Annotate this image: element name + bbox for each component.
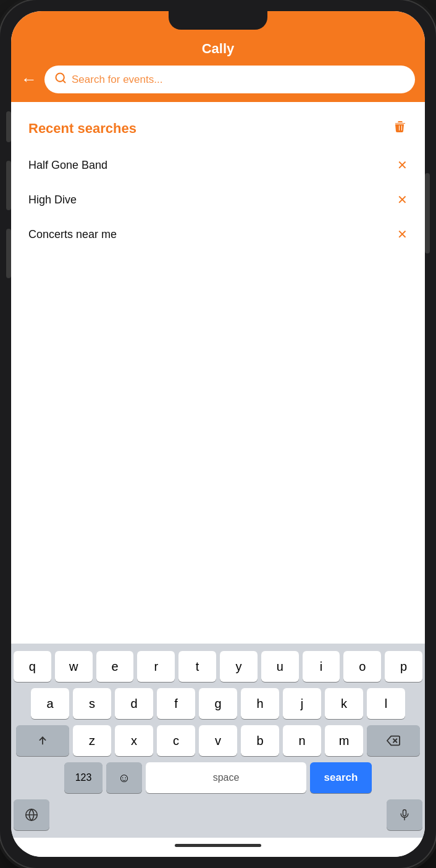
svg-line-1 [63,80,65,83]
key-h[interactable]: h [241,688,279,719]
phone-frame: Cally ← Search for events... Recent sear… [0,0,436,868]
space-key[interactable]: space [146,762,306,793]
remove-search-item-0[interactable]: ✕ [397,158,408,172]
key-a[interactable]: a [31,688,69,719]
clear-all-button[interactable] [393,119,408,138]
backspace-key[interactable] [367,725,420,756]
app-title: Cally [202,41,235,57]
remove-search-item-1[interactable]: ✕ [397,192,408,207]
key-p[interactable]: p [385,651,422,682]
remove-search-item-2[interactable]: ✕ [397,227,408,242]
volume-up-button[interactable] [6,161,11,210]
key-n[interactable]: n [283,725,321,756]
key-k[interactable]: k [325,688,363,719]
key-l[interactable]: l [367,688,405,719]
search-item-text: High Dive [28,194,77,206]
power-button[interactable] [425,173,430,253]
key-g[interactable]: g [199,688,237,719]
key-u[interactable]: u [261,651,299,682]
phone-screen: Cally ← Search for events... Recent sear… [11,11,425,857]
emoji-key[interactable]: ☺ [106,762,142,793]
search-placeholder: Search for events... [72,74,162,86]
search-item[interactable]: Concerts near me ✕ [28,217,408,252]
key-s[interactable]: s [73,688,111,719]
keyboard-row-3: z x c v b n m [14,725,422,756]
key-f[interactable]: f [157,688,195,719]
keyboard-utility-row [14,799,422,833]
keyboard: q w e r t y u i o p a s d f g h j k [11,644,425,838]
recent-search-list: Half Gone Band ✕ High Dive ✕ Concerts ne… [11,148,425,252]
notch [169,11,267,30]
key-j[interactable]: j [283,688,321,719]
recent-searches-title: Recent searches [28,121,136,137]
key-y[interactable]: y [220,651,258,682]
search-item[interactable]: High Dive ✕ [28,182,408,217]
key-o[interactable]: o [343,651,381,682]
home-bar [175,844,261,847]
key-w[interactable]: w [55,651,93,682]
content-area: Recent searches Half Gone Band ✕ High Di… [11,102,425,644]
key-d[interactable]: d [115,688,153,719]
key-r[interactable]: r [137,651,175,682]
search-input-wrap[interactable]: Search for events... [44,66,415,93]
key-x[interactable]: x [115,725,153,756]
volume-down-button[interactable] [6,229,11,278]
svg-rect-7 [403,810,406,816]
shift-key[interactable] [16,725,69,756]
search-icon [54,72,67,87]
home-indicator [11,838,425,857]
key-i[interactable]: i [303,651,340,682]
search-item-text: Half Gone Band [28,159,107,172]
back-button[interactable]: ← [21,70,37,89]
keyboard-row-1: q w e r t y u i o p [14,651,422,682]
recent-searches-header: Recent searches [11,102,425,148]
mute-button[interactable] [6,111,11,142]
key-e[interactable]: e [96,651,134,682]
mic-key[interactable] [387,799,422,830]
search-key[interactable]: search [310,762,372,793]
key-m[interactable]: m [325,725,363,756]
keyboard-row-2: a s d f g h j k l [14,688,422,719]
globe-key[interactable] [14,799,49,830]
search-bar-row: ← Search for events... [11,66,425,93]
key-q[interactable]: q [14,651,51,682]
key-z[interactable]: z [73,725,111,756]
key-v[interactable]: v [199,725,237,756]
key-b[interactable]: b [241,725,279,756]
numbers-key[interactable]: 123 [64,762,103,793]
keyboard-row-4: 123 ☺ space search [14,762,422,793]
search-item[interactable]: Half Gone Band ✕ [28,148,408,182]
key-t[interactable]: t [178,651,216,682]
key-c[interactable]: c [157,725,195,756]
search-item-text: Concerts near me [28,228,117,241]
